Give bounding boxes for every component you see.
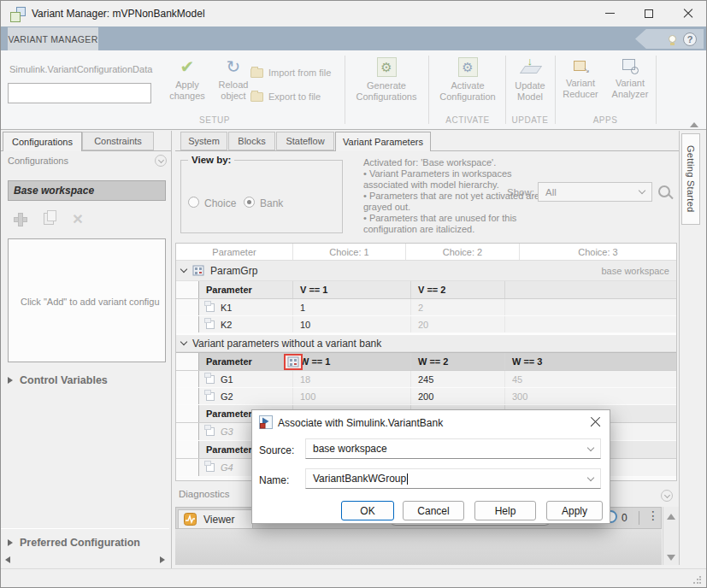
gear-generate-icon	[377, 57, 397, 77]
plus-icon	[14, 213, 26, 225]
collapse-configurations-icon[interactable]	[155, 155, 167, 167]
panel-splitter[interactable]	[171, 131, 172, 568]
cell-value: 20	[411, 316, 505, 332]
activate-configuration-button[interactable]: Activate Configuration	[433, 57, 502, 103]
maximize-button[interactable]	[629, 1, 669, 26]
title-bar: Variant Manager: mVPNonBankModel	[1, 1, 706, 26]
cell-value: 2	[411, 299, 505, 315]
copy-configuration-button[interactable]	[37, 208, 61, 230]
help-button[interactable]: Help	[474, 501, 536, 520]
diagnostics-label: Diagnostics	[179, 489, 229, 499]
tab-stateflow[interactable]: Stateflow	[276, 132, 334, 150]
add-configuration-button[interactable]	[8, 208, 32, 230]
variant-reducer-button[interactable]: Variant Reducer	[557, 57, 604, 100]
info-line: Activated for: 'Base workspace'.	[363, 157, 548, 168]
radio-bank-label[interactable]: Bank	[260, 197, 283, 209]
delete-configuration-button[interactable]	[66, 208, 90, 230]
window-title: Variant Manager: mVPNonBankModel	[32, 8, 205, 20]
chevron-down-icon	[587, 444, 594, 450]
collapse-diagnostics-icon[interactable]	[661, 490, 673, 502]
configurations-section-label: Configurations	[8, 156, 68, 166]
configuration-item-base-workspace[interactable]: Base workspace	[8, 180, 166, 201]
lightbulb-icon[interactable]	[669, 35, 676, 43]
scroll-right-icon[interactable]	[160, 556, 165, 563]
update-model-button[interactable]: Update Model	[507, 57, 553, 103]
toolstrip: Simulink.VariantConfigurationData Apply …	[1, 50, 706, 130]
source-label: Source:	[259, 444, 294, 456]
tab-constraints[interactable]: Constraints	[82, 132, 154, 150]
close-button[interactable]	[669, 1, 707, 26]
param-row-k1[interactable]: K1 1 2	[176, 299, 676, 316]
preferred-configuration-section[interactable]: Preferred Configuration	[8, 537, 140, 549]
parameter-icon	[206, 392, 215, 401]
dialog-simulink-icon	[259, 415, 273, 429]
diagnostics-scrollbar[interactable]	[663, 507, 679, 565]
viewer-tab[interactable]: Viewer	[178, 509, 253, 529]
radio-bank[interactable]	[244, 197, 255, 208]
subheader-row-w[interactable]: Parameter W == 1 W == 2 W == 3	[176, 352, 676, 371]
generate-configurations-button[interactable]: Generate Configurations	[346, 57, 427, 103]
associate-bank-button[interactable]	[284, 354, 303, 370]
reload-object-button[interactable]: Reload object	[211, 57, 256, 102]
radio-choice-label[interactable]: Choice	[204, 197, 236, 209]
param-row-g2[interactable]: G2 100 200 300	[176, 388, 676, 405]
status-bar	[1, 568, 706, 588]
minimize-button[interactable]	[590, 1, 629, 26]
apply-button[interactable]: Apply	[546, 501, 603, 520]
variant-bank-icon	[287, 356, 299, 368]
scroll-up-icon[interactable]	[667, 514, 675, 520]
getting-started-tab[interactable]: Getting Started	[681, 133, 700, 225]
scroll-left-icon[interactable]	[5, 556, 10, 563]
dialog-close-icon[interactable]	[590, 416, 601, 427]
control-variables-section[interactable]: Control Variables	[8, 374, 108, 386]
cancel-button[interactable]: Cancel	[403, 501, 464, 520]
empty-list-hint: Click "Add" to add variant configu	[21, 297, 160, 307]
cell-value: 100	[293, 388, 411, 404]
import-from-file-button[interactable]: Import from file	[250, 68, 331, 78]
param-row-g1[interactable]: G1 18 245 45	[176, 371, 676, 388]
column-choice-1: Choice: 1	[293, 244, 406, 260]
tab-blocks[interactable]: Blocks	[228, 132, 275, 150]
name-combobox[interactable]: VariantBankWGroup	[305, 468, 601, 489]
section-setup: SETUP	[172, 115, 257, 125]
source-dropdown[interactable]: base workspace	[305, 438, 601, 459]
configurations-list[interactable]: Click "Add" to add variant configu	[8, 238, 166, 362]
tab-system[interactable]: System	[180, 132, 227, 150]
radio-choice[interactable]	[188, 197, 199, 208]
parameter-icon	[206, 463, 215, 472]
chevron-down-icon[interactable]	[180, 338, 187, 345]
delete-icon	[72, 211, 83, 227]
info-line: • Parameters that are unused for this co…	[363, 213, 548, 235]
close-icon	[683, 9, 693, 19]
tab-variant-manager[interactable]: VARIANT MANAGER	[8, 27, 98, 50]
maximize-icon	[645, 9, 653, 18]
apply-changes-button[interactable]: Apply changes	[165, 57, 209, 102]
config-data-input[interactable]	[8, 83, 151, 103]
show-dropdown[interactable]: All	[538, 182, 652, 202]
search-icon[interactable]	[657, 185, 675, 202]
group-row-no-bank[interactable]: Variant parameters without a variant ban…	[176, 335, 676, 352]
ok-button[interactable]: OK	[341, 501, 394, 520]
tab-variant-parameters[interactable]: Variant Parameters	[335, 132, 431, 151]
tab-configurations[interactable]: Configurations	[3, 132, 82, 151]
parameter-icon	[206, 375, 215, 384]
copy-icon	[44, 213, 54, 225]
collapse-ribbon-icon[interactable]	[690, 122, 698, 127]
group-row-paramgrp[interactable]: ParamGrp base workspace	[176, 261, 676, 281]
group-name: ParamGrp	[210, 265, 257, 277]
help-icon[interactable]	[683, 32, 697, 46]
parameter-icon	[206, 427, 215, 436]
chevron-down-icon[interactable]	[180, 266, 187, 273]
kebab-menu-icon[interactable]	[647, 509, 659, 522]
export-to-file-button[interactable]: Export to file	[250, 91, 321, 102]
scroll-down-icon[interactable]	[667, 555, 675, 561]
param-row-k2[interactable]: K2 10 20	[176, 316, 676, 333]
viewer-icon	[184, 513, 197, 526]
cell-value: 10	[293, 316, 411, 332]
resize-grip[interactable]	[692, 576, 701, 585]
toolstrip-tab-band: VARIANT MANAGER	[1, 26, 706, 50]
variant-analyzer-button[interactable]: Variant Analyzer	[606, 57, 654, 100]
minimize-icon	[605, 13, 615, 14]
variant-bank-icon	[192, 265, 204, 276]
show-label: Show:	[507, 187, 534, 197]
